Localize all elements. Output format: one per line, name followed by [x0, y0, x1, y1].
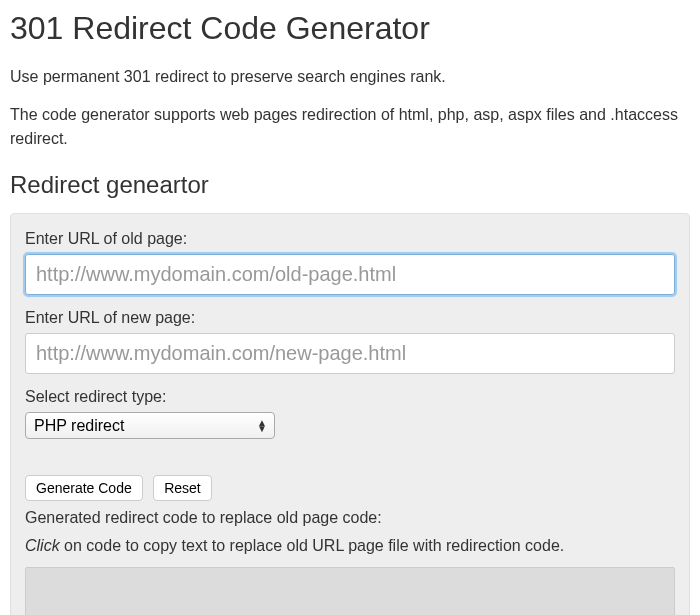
generated-code-output[interactable]	[25, 567, 675, 615]
page-title: 301 Redirect Code Generator	[10, 10, 690, 47]
generator-form-panel: Enter URL of old page: Enter URL of new …	[10, 213, 690, 615]
intro-paragraph-2: The code generator supports web pages re…	[10, 103, 690, 151]
new-url-label: Enter URL of new page:	[25, 309, 675, 327]
old-url-label: Enter URL of old page:	[25, 230, 675, 248]
redirect-type-label: Select redirect type:	[25, 388, 675, 406]
old-url-input[interactable]	[25, 254, 675, 295]
generate-code-button[interactable]: Generate Code	[25, 475, 143, 501]
reset-button[interactable]: Reset	[153, 475, 212, 501]
click-hint-rest: on code to copy text to replace old URL …	[60, 537, 565, 554]
new-url-input[interactable]	[25, 333, 675, 374]
redirect-type-select[interactable]: PHP redirect	[25, 412, 275, 439]
click-hint-text: Click on code to copy text to replace ol…	[25, 537, 675, 555]
generated-code-label: Generated redirect code to replace old p…	[25, 509, 675, 527]
click-hint-em: Click	[25, 537, 60, 554]
section-heading: Redirect geneartor	[10, 171, 690, 199]
intro-paragraph-1: Use permanent 301 redirect to preserve s…	[10, 65, 690, 89]
